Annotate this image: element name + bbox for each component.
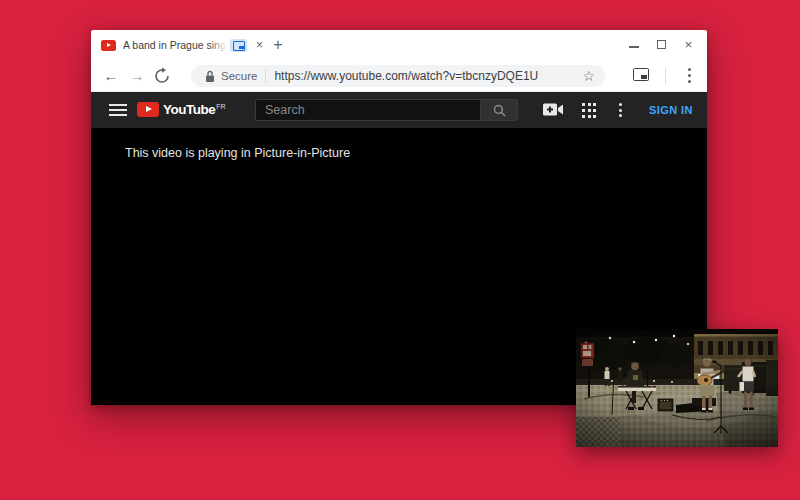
reload-button[interactable] [153, 67, 171, 85]
hamburger-icon[interactable] [109, 104, 127, 116]
search-input[interactable] [255, 99, 480, 121]
pip-toolbar-icon[interactable] [633, 68, 649, 81]
security-label: Secure [221, 70, 257, 82]
window-maximize-icon [657, 40, 666, 49]
omnibox-separator [265, 69, 266, 83]
window-controls: × [621, 30, 707, 60]
sign-in-button[interactable]: SIGN IN [649, 104, 693, 116]
youtube-wordmark: YouTube [163, 102, 215, 117]
youtube-logo-icon [137, 102, 159, 117]
browser-menu-icon[interactable] [685, 68, 695, 84]
search-button[interactable] [480, 99, 518, 121]
toolbar-separator [665, 68, 666, 84]
search-icon [493, 104, 506, 117]
tab-title: A band in Prague sings th [123, 39, 227, 51]
lock-icon [205, 70, 215, 83]
youtube-header: YouTube FR SIGN IN [91, 92, 707, 128]
star-icon[interactable]: ☆ [582, 68, 595, 84]
address-bar[interactable]: Secure https://www.youtube.com/watch?v=t… [191, 65, 605, 87]
navigation-bar: ← → Secure https://www.youtube.com/watch… [91, 60, 707, 92]
back-button[interactable]: ← [99, 60, 123, 92]
window-minimize-button[interactable] [621, 30, 648, 60]
window-minimize-icon [629, 46, 639, 48]
pip-badge-icon [230, 39, 247, 52]
apps-grid-icon[interactable] [582, 103, 597, 118]
pip-status-message: This video is playing in Picture-in-Pict… [125, 146, 350, 160]
youtube-logo[interactable]: YouTube FR [137, 102, 226, 117]
youtube-favicon-icon [101, 40, 116, 51]
window-close-button[interactable]: × [675, 30, 702, 60]
url-text: https://www.youtube.com/watch?v=tbcnzyDQ… [274, 69, 576, 83]
youtube-menu-icon[interactable] [619, 103, 623, 118]
window-maximize-button[interactable] [648, 30, 675, 60]
new-tab-button[interactable]: + [267, 34, 289, 56]
picture-in-picture-window[interactable] [576, 329, 778, 447]
tab-close-icon[interactable]: × [254, 37, 265, 53]
forward-button[interactable]: → [125, 60, 149, 92]
browser-tab[interactable]: A band in Prague sings th × [101, 30, 265, 60]
youtube-region-label: FR [216, 102, 225, 111]
tab-strip: A band in Prague sings th × + × [91, 30, 707, 60]
desktop-background: A band in Prague sings th × + × ← → [0, 0, 800, 500]
pip-video-frame [576, 329, 778, 447]
video-create-icon[interactable] [543, 102, 564, 117]
